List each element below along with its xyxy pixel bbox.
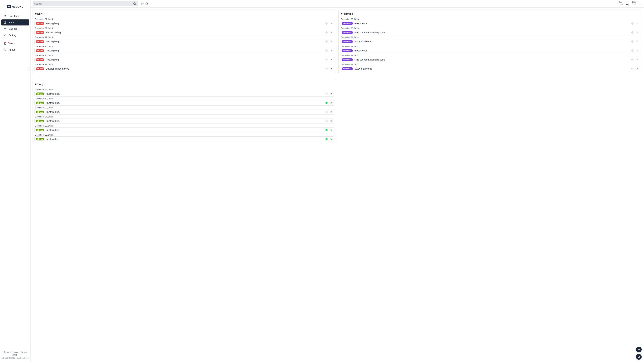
check-toggle-icon[interactable] xyxy=(325,138,328,141)
delete-icon[interactable] xyxy=(330,22,333,25)
todo-row[interactable]: #Promisemeet friends xyxy=(340,21,640,26)
check-toggle-icon[interactable] xyxy=(325,31,328,34)
terms-link[interactable]: Terms of service xyxy=(4,351,18,353)
tag-badge[interactable]: #Promise xyxy=(342,22,353,25)
tag-badge[interactable]: #Work xyxy=(36,58,44,61)
search-fab-button[interactable] xyxy=(636,354,642,360)
delete-icon[interactable] xyxy=(330,101,333,104)
sidebar-item-news[interactable]: News xyxy=(1,40,29,46)
check-toggle-icon[interactable] xyxy=(631,31,634,34)
tag-badge[interactable]: #Diary xyxy=(36,120,44,122)
todo-row[interactable]: #WorkPosting blog xyxy=(34,57,334,62)
tag-badge[interactable]: #Work xyxy=(36,22,44,25)
tag-card-header[interactable]: #Promise xyxy=(340,12,640,17)
delete-icon[interactable] xyxy=(330,110,333,113)
check-toggle-icon[interactable] xyxy=(325,22,328,25)
todo-row[interactable]: #DiaryI just worked. xyxy=(34,91,334,96)
todo-row[interactable]: #Promisemeet friends xyxy=(340,48,640,53)
news-icon xyxy=(3,42,6,45)
todo-row[interactable]: #WorkPosting blog xyxy=(34,48,334,53)
todo-text: I just worked. xyxy=(46,102,323,104)
theme-toggle-icon[interactable] xyxy=(140,2,144,5)
search-icon[interactable] xyxy=(133,2,136,5)
tag-badge[interactable]: #Diary xyxy=(36,138,44,140)
tag-card-header[interactable]: #Work xyxy=(34,12,334,17)
todo-row[interactable]: #WorkDevelop image upload xyxy=(34,66,334,71)
todo-row[interactable]: #WorkPosting blog xyxy=(34,39,334,44)
tag-badge[interactable]: #Promise xyxy=(342,58,353,61)
todo-row[interactable]: #PromiseFind out about camping spots xyxy=(340,57,640,62)
sidebar-item-dashboard[interactable]: Dashboard xyxy=(1,13,29,19)
check-toggle-icon[interactable] xyxy=(325,49,328,52)
status-filter-select[interactable]: All xyxy=(632,3,642,6)
delete-icon[interactable] xyxy=(330,49,333,52)
check-toggle-icon[interactable] xyxy=(325,58,328,61)
delete-icon[interactable] xyxy=(636,67,639,70)
delete-icon[interactable] xyxy=(330,58,333,61)
sidebar-item-calender[interactable]: Calender xyxy=(1,26,29,32)
svg-point-17 xyxy=(632,59,634,61)
tag-badge[interactable]: #Work xyxy=(36,40,44,43)
tag-badge[interactable]: #Promise xyxy=(342,31,353,34)
delete-icon[interactable] xyxy=(636,22,639,25)
delete-icon[interactable] xyxy=(330,129,333,132)
brand-mark-icon: m xyxy=(8,5,11,8)
check-toggle-icon[interactable] xyxy=(631,58,634,61)
sidebar-item-about[interactable]: About xyxy=(1,47,29,53)
delete-icon[interactable] xyxy=(636,31,639,34)
todo-row[interactable]: #WorkShow Loading xyxy=(34,30,334,35)
search-input[interactable] xyxy=(34,2,133,5)
sidebar-item-setting[interactable]: Setting xyxy=(1,32,29,38)
tag-badge[interactable]: #Promise xyxy=(342,67,353,70)
sidebar-collapse-button[interactable] xyxy=(27,67,30,71)
tag-filter-select[interactable]: All xyxy=(619,3,628,6)
check-toggle-icon[interactable] xyxy=(325,110,328,113)
tag-badge[interactable]: #Work xyxy=(36,49,44,52)
todo-row[interactable]: #DiaryI just worked. xyxy=(34,109,334,115)
tag-badge[interactable]: #Diary xyxy=(36,129,44,131)
check-toggle-icon[interactable] xyxy=(325,129,328,132)
tag-badge[interactable]: #Promise xyxy=(342,40,353,43)
delete-icon[interactable] xyxy=(636,49,639,52)
todo-row[interactable]: #PromiseStudy marketting xyxy=(340,39,640,44)
check-toggle-icon[interactable] xyxy=(631,67,634,70)
delete-icon[interactable] xyxy=(636,58,639,61)
todo-text: I just worked. xyxy=(46,138,323,140)
delete-icon[interactable] xyxy=(330,31,333,34)
tag-badge[interactable]: #Diary xyxy=(36,92,44,95)
delete-icon[interactable] xyxy=(330,138,333,141)
tag-badge[interactable]: #Diary xyxy=(36,102,44,104)
todo-row[interactable]: #DiaryI just worked. xyxy=(34,136,334,142)
tag-card-header[interactable]: #Diary xyxy=(34,83,334,87)
todo-row[interactable]: #DiaryI just worked. xyxy=(34,100,334,106)
delete-icon[interactable] xyxy=(330,40,333,43)
add-button[interactable] xyxy=(636,347,642,352)
delete-icon[interactable] xyxy=(330,92,333,95)
tag-badge[interactable]: #Diary xyxy=(36,111,44,113)
sidebar-item-todo[interactable]: Todo xyxy=(1,19,29,25)
check-toggle-icon[interactable] xyxy=(325,92,328,95)
tag-badge[interactable]: #Work xyxy=(36,67,44,70)
delete-icon[interactable] xyxy=(330,119,333,122)
check-toggle-icon[interactable] xyxy=(631,49,634,52)
todo-text: Posting blog xyxy=(46,40,323,43)
todo-row[interactable]: #DiaryI just worked. xyxy=(34,118,334,124)
search-box[interactable] xyxy=(32,1,138,6)
delete-icon[interactable] xyxy=(636,40,639,43)
todo-date: December 17, 2024 xyxy=(340,63,640,66)
check-toggle-icon[interactable] xyxy=(325,101,328,104)
check-toggle-icon[interactable] xyxy=(631,22,634,25)
todo-row[interactable]: #PromiseStudy marketting xyxy=(340,66,640,71)
tag-badge[interactable]: #Promise xyxy=(342,49,353,52)
todo-row[interactable]: #DiaryI just worked. xyxy=(34,127,334,133)
check-toggle-icon[interactable] xyxy=(325,119,328,122)
delete-icon[interactable] xyxy=(330,67,333,70)
check-toggle-icon[interactable] xyxy=(325,40,328,43)
tag-badge[interactable]: #Work xyxy=(36,31,44,34)
todo-row[interactable]: #WorkPosting blog xyxy=(34,21,334,26)
brand[interactable]: m MEMOKU xyxy=(1,3,29,13)
check-toggle-icon[interactable] xyxy=(325,67,328,70)
todo-row[interactable]: #PromiseFind out about camping spots xyxy=(340,30,640,35)
check-toggle-icon[interactable] xyxy=(631,40,634,43)
bell-icon[interactable] xyxy=(145,2,148,5)
